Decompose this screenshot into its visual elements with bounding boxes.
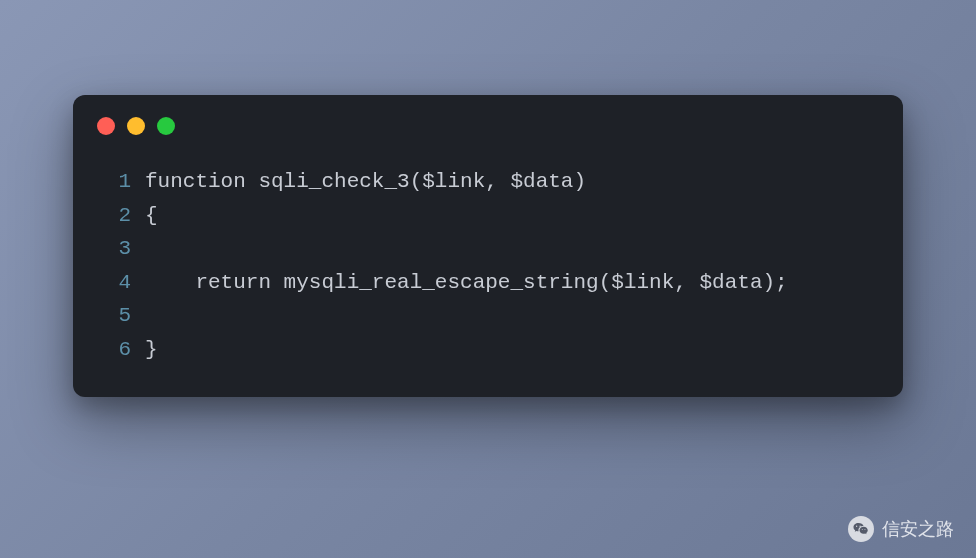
line-content: { [145, 199, 158, 233]
close-icon[interactable] [97, 117, 115, 135]
line-number: 6 [103, 333, 131, 367]
line-number: 2 [103, 199, 131, 233]
line-number: 1 [103, 165, 131, 199]
line-content: } [145, 333, 158, 367]
maximize-icon[interactable] [157, 117, 175, 135]
code-line: 5 [103, 299, 873, 333]
line-number: 4 [103, 266, 131, 300]
wechat-icon [848, 516, 874, 542]
watermark-text: 信安之路 [882, 517, 954, 541]
line-content: return mysqli_real_escape_string($link, … [145, 266, 788, 300]
watermark: 信安之路 [848, 516, 954, 542]
line-content: function sqli_check_3($link, $data) [145, 165, 586, 199]
code-line: 4 return mysqli_real_escape_string($link… [103, 266, 873, 300]
line-number: 5 [103, 299, 131, 333]
code-area: 1 function sqli_check_3($link, $data) 2 … [73, 145, 903, 367]
window-title-bar [73, 95, 903, 145]
minimize-icon[interactable] [127, 117, 145, 135]
code-line: 3 [103, 232, 873, 266]
line-number: 3 [103, 232, 131, 266]
code-line: 6 } [103, 333, 873, 367]
code-window: 1 function sqli_check_3($link, $data) 2 … [73, 95, 903, 397]
code-line: 2 { [103, 199, 873, 233]
code-line: 1 function sqli_check_3($link, $data) [103, 165, 873, 199]
